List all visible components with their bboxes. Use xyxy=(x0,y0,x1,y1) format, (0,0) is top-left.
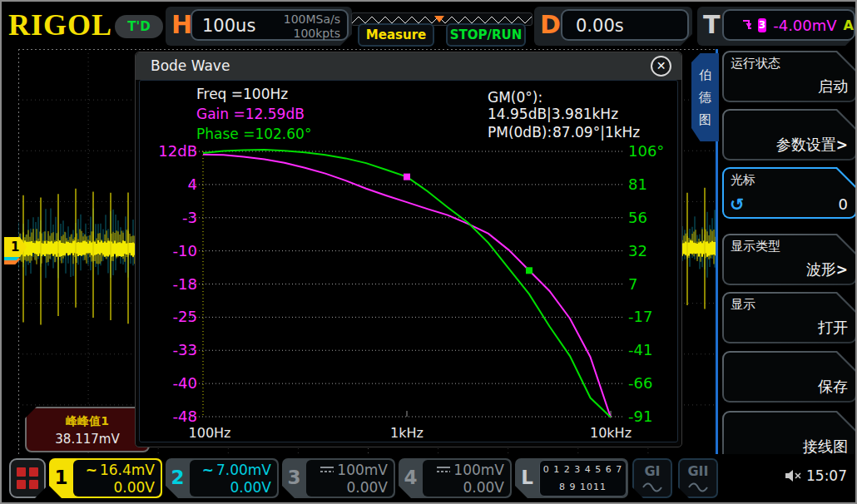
gain-tick-label: -18 xyxy=(173,275,197,293)
gen-label: GI xyxy=(634,463,671,480)
freq-tick-label: 1kHz xyxy=(390,425,424,441)
horizontal-settings-box[interactable]: H 100us 100MSa/s 100kpts xyxy=(166,7,352,46)
item-value: 波形 xyxy=(806,260,836,278)
pm-marker[interactable] xyxy=(404,174,410,180)
tab-char: 伯 xyxy=(691,64,719,86)
memory-depth: 100kpts xyxy=(284,27,340,41)
falling-edge-icon xyxy=(742,18,751,32)
channel-2-box[interactable]: 2 ~7.00mV 0.00V xyxy=(166,458,279,498)
logic-label: L xyxy=(515,458,539,497)
freq-tick-label: 100Hz xyxy=(189,425,231,441)
channel-offset: 0.00V xyxy=(73,479,155,497)
clock: 15:07 xyxy=(806,467,847,484)
measurement-value: 38.117mV xyxy=(27,432,148,447)
gain-tick-label: 4 xyxy=(188,175,197,193)
channel-offset: 0.00V xyxy=(306,479,388,497)
item-value: 0 xyxy=(839,195,848,213)
phase-margin-readout: PM(0dB):87.09°|1kHz xyxy=(488,124,640,141)
stop-run-button[interactable]: STOP/RUN xyxy=(446,23,526,47)
channel-status-bar: 1 ~16.4mV 0.00V 2 ~7.00mV 0.00V 3 100mV … xyxy=(2,454,855,502)
menu-grid-icon[interactable] xyxy=(9,458,46,498)
ac-coupling-icon: ~ xyxy=(202,462,214,478)
trigger-level-value: -4.00mV xyxy=(773,17,836,34)
item-value: 打开 xyxy=(818,318,848,338)
sidebar-item-display[interactable]: 显示 打开 xyxy=(722,292,857,343)
delay-label: D xyxy=(540,10,561,39)
delay-value: 0.00s xyxy=(576,16,624,36)
gain-tick-label: -10 xyxy=(173,242,197,259)
measurement-box[interactable]: 峰峰值1 38.117mV xyxy=(25,407,150,452)
channel-scale: 100mV xyxy=(453,462,504,478)
item-value: 保存 xyxy=(818,377,848,397)
item-label: 运行状态 xyxy=(731,56,780,72)
phase-tick-label: -66 xyxy=(628,374,652,392)
channel-offset: 0.00V xyxy=(423,479,504,497)
gm-value: 14.95dB|3.981kHz xyxy=(488,106,618,122)
phase-tick-label: 7 xyxy=(628,275,637,293)
cursor-gain-readout: Gain =12.59dB xyxy=(196,106,305,122)
measure-button[interactable]: Measure xyxy=(358,23,434,47)
tab-char: 图 xyxy=(691,109,719,131)
freq-tick-label: 10kHz xyxy=(590,425,632,441)
gain-curve xyxy=(203,155,611,418)
phase-curve xyxy=(203,150,611,418)
logic-channels-box[interactable]: L 0 1 2 3 4 5 6 7 8 9 1011 12131415 xyxy=(515,458,628,498)
channel-number: 2 xyxy=(166,458,190,498)
channel-number: 3 xyxy=(282,458,306,498)
trigger-coupling: A xyxy=(844,17,854,33)
gain-tick-label: -48 xyxy=(173,408,197,425)
sidebar-item-run-state[interactable]: 运行状态 启动 xyxy=(722,51,857,102)
phase-tick-label: -41 xyxy=(628,341,652,358)
gm-marker[interactable] xyxy=(526,267,533,274)
logic-row: 0 1 2 3 4 5 6 7 xyxy=(540,461,626,478)
sidebar-item-cursor[interactable]: 光标 ↺ 0 xyxy=(722,167,857,219)
trigger-source-badge: 3 xyxy=(758,18,767,32)
phase-tick-label: -17 xyxy=(628,308,652,325)
pm-label: PM(0dB): xyxy=(488,124,552,141)
tab-char: 德 xyxy=(691,86,719,109)
measurement-label: 峰峰值1 xyxy=(27,414,148,429)
sample-rate: 100MSa/s xyxy=(284,12,340,27)
speaker-muted-icon xyxy=(785,469,802,482)
channel-3-box[interactable]: 3 100mV 0.00V xyxy=(282,458,395,498)
gain-tick-label: -25 xyxy=(173,308,197,325)
gen-label: GII xyxy=(680,463,716,480)
channel-number: 4 xyxy=(399,458,423,498)
generator-1-button[interactable]: GI xyxy=(632,458,672,498)
sidebar-item-param-setup[interactable]: 参数设置> xyxy=(722,109,857,161)
timebase-value: 100us xyxy=(202,16,255,36)
phase-tick-label: -91 xyxy=(628,408,652,425)
trigger-status-badge: T'D xyxy=(115,15,163,38)
channel-scale: 16.4mV xyxy=(100,462,155,478)
item-value: 参数设置 xyxy=(776,136,836,153)
channel-offset: 0.00V xyxy=(190,479,271,497)
horizontal-label: H xyxy=(171,10,192,39)
cursor-phase-readout: Phase =102.60° xyxy=(196,126,311,142)
channel-4-box[interactable]: 4 100mV 0.00V xyxy=(399,458,512,498)
gain-tick-label: -3 xyxy=(182,209,197,226)
channel-scale: 7.00mV xyxy=(216,462,271,478)
sidebar-item-display-type[interactable]: 显示类型 波形> xyxy=(722,234,857,285)
phase-tick-label: 106° xyxy=(628,142,664,160)
chevron-right-icon: > xyxy=(836,261,848,278)
gain-tick-label: -33 xyxy=(173,341,197,358)
delay-settings-box[interactable]: D 0.00s xyxy=(534,7,692,46)
bode-menu-tab[interactable]: 伯 德 图 xyxy=(691,53,719,141)
channel-1-box[interactable]: 1 ~16.4mV 0.00V xyxy=(49,458,162,498)
item-label: 光标 xyxy=(731,172,755,188)
dc-coupling-icon xyxy=(320,466,334,473)
trigger-settings-box[interactable]: T 3 -4.00mV A xyxy=(697,7,857,46)
cursor-freq-readout: Freq =100Hz xyxy=(196,86,288,102)
rigol-logo: RIGOL xyxy=(8,8,112,42)
item-value: 启动 xyxy=(818,77,848,96)
chevron-right-icon: > xyxy=(836,136,848,153)
item-label: 显示类型 xyxy=(731,239,780,254)
logic-row: 8 9 1011 12131415 xyxy=(540,478,626,504)
dc-coupling-icon xyxy=(437,466,450,473)
generator-2-button[interactable]: GII xyxy=(678,458,718,498)
sidebar-item-save[interactable]: 保存 xyxy=(722,351,857,403)
phase-tick-label: 32 xyxy=(628,242,647,259)
bode-wave-dialog: 12dB106°481-356-1032-187-25-17-33-41-40-… xyxy=(135,52,682,447)
phase-tick-label: 81 xyxy=(628,175,647,193)
rotate-ccw-icon: ↺ xyxy=(730,195,745,215)
